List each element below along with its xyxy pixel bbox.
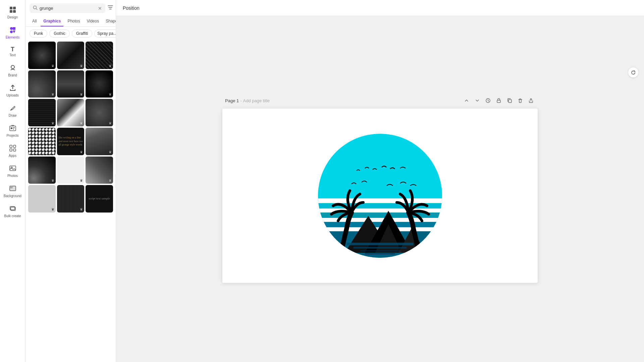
crown-badge: ♛ bbox=[80, 64, 83, 68]
sidebar-item-brand-label: Brand bbox=[8, 73, 17, 77]
sidebar-item-brand[interactable]: Brand bbox=[1, 61, 24, 80]
svg-rect-10 bbox=[11, 127, 12, 129]
grid-item[interactable]: ♛ bbox=[86, 128, 113, 155]
nav-up-icon[interactable] bbox=[463, 97, 471, 105]
collapse-handle[interactable]: ‹ bbox=[115, 174, 116, 188]
svg-rect-17 bbox=[10, 166, 16, 171]
sidebar-item-draw-label: Draw bbox=[9, 114, 16, 118]
crown-badge: ♛ bbox=[109, 64, 112, 68]
apps-icon bbox=[9, 144, 16, 153]
svg-point-7 bbox=[10, 31, 13, 33]
search-input[interactable] bbox=[40, 6, 96, 11]
sidebar-item-text[interactable]: T Text bbox=[1, 44, 24, 60]
sidebar-item-design-label: Design bbox=[7, 15, 18, 19]
grid-item[interactable]: ♛ bbox=[28, 99, 56, 126]
sidebar-item-design[interactable]: Design bbox=[1, 3, 24, 22]
crown-badge: ♛ bbox=[51, 64, 54, 68]
sidebar-item-elements[interactable]: Elements bbox=[1, 23, 24, 42]
grid-item[interactable]: ♛ bbox=[57, 99, 85, 126]
grid-item[interactable]: ♛ bbox=[57, 70, 85, 98]
sidebar-item-draw[interactable]: Draw bbox=[1, 102, 24, 120]
page-number: Page 1 bbox=[225, 98, 239, 103]
grid-item[interactable]: ♛ bbox=[57, 185, 85, 213]
nav-down-icon[interactable] bbox=[473, 97, 481, 105]
share-icon[interactable] bbox=[527, 97, 535, 105]
pill-graffiti[interactable]: Graffiti bbox=[72, 29, 92, 38]
sidebar-item-apps[interactable]: Apps bbox=[1, 142, 24, 161]
background-icon bbox=[9, 185, 16, 193]
svg-rect-13 bbox=[10, 145, 12, 147]
grid-item[interactable]: ♛ bbox=[28, 128, 56, 155]
page-title-add-text[interactable]: Add page title bbox=[243, 98, 270, 103]
page-container: Page 1 - Add page title bbox=[222, 95, 538, 283]
sidebar-item-text-label: Text bbox=[9, 53, 15, 57]
pill-punk[interactable]: Punk bbox=[30, 29, 47, 38]
svg-rect-45 bbox=[365, 253, 395, 254]
svg-rect-42 bbox=[346, 243, 414, 245]
crown-badge: ♛ bbox=[80, 207, 83, 211]
page-title-bar: Page 1 - Add page title bbox=[222, 95, 538, 109]
svg-rect-11 bbox=[13, 127, 15, 128]
grid-area: ♛ ♛ ♛ ♛ ♛ ♛ ♛ ♛ bbox=[25, 40, 116, 362]
canvas-area: Page 1 - Add page title bbox=[116, 16, 644, 362]
tab-photos[interactable]: Photos bbox=[65, 16, 83, 26]
grid-item[interactable]: ♛ bbox=[57, 42, 85, 69]
uploads-icon bbox=[9, 84, 16, 93]
grid-item[interactable]: ♛ bbox=[28, 185, 56, 213]
brand-icon bbox=[9, 64, 16, 72]
grid-item[interactable]: ♛ bbox=[86, 157, 113, 184]
pill-gothic[interactable]: Gothic bbox=[49, 29, 70, 38]
tab-graphics[interactable]: Graphics bbox=[41, 16, 63, 26]
grid-item[interactable]: ♛ bbox=[57, 157, 85, 184]
grid-item[interactable]: ♛ bbox=[28, 70, 56, 98]
svg-rect-44 bbox=[360, 250, 400, 252]
sidebar-item-photos[interactable]: Photos bbox=[1, 162, 24, 181]
sidebar-item-background[interactable]: Background bbox=[1, 182, 24, 201]
tab-all[interactable]: All bbox=[30, 16, 39, 26]
sidebar-item-bulk-create-label: Bulk create bbox=[4, 214, 21, 218]
grid: ♛ ♛ ♛ ♛ ♛ ♛ ♛ ♛ bbox=[28, 42, 113, 213]
crown-badge: ♛ bbox=[51, 179, 54, 182]
sidebar-item-bulk-create[interactable]: Bulk create bbox=[1, 202, 24, 221]
time-icon[interactable] bbox=[484, 97, 492, 105]
grid-item[interactable]: ♛ bbox=[86, 70, 113, 98]
svg-rect-30 bbox=[318, 198, 442, 203]
grid-item[interactable]: ♛ bbox=[28, 42, 56, 69]
sidebar-item-background-label: Background bbox=[4, 194, 21, 198]
svg-rect-15 bbox=[10, 149, 12, 151]
design-icon bbox=[9, 6, 16, 14]
search-icon bbox=[33, 5, 38, 11]
lock-icon[interactable] bbox=[495, 97, 503, 105]
photos-icon bbox=[9, 165, 16, 173]
tabs: All Graphics Photos Videos Shapes › bbox=[25, 16, 116, 27]
search-bar: ✕ bbox=[25, 0, 116, 16]
grid-item[interactable]: script text sample bbox=[86, 185, 113, 213]
filter-icon[interactable] bbox=[107, 4, 113, 12]
sidebar-item-uploads[interactable]: Uploads bbox=[1, 81, 24, 100]
svg-point-8 bbox=[11, 65, 14, 69]
grid-item[interactable]: ♛ bbox=[86, 99, 113, 126]
grid-item[interactable]: like writing on a lineand more text here… bbox=[57, 128, 85, 155]
draw-icon bbox=[9, 104, 16, 113]
pill-spray[interactable]: Spray pa… bbox=[94, 29, 116, 38]
svg-marker-6 bbox=[13, 31, 15, 33]
copy-icon[interactable] bbox=[505, 97, 514, 105]
elements-icon bbox=[9, 26, 16, 35]
sidebar-item-projects[interactable]: Projects bbox=[1, 122, 24, 140]
grid-item[interactable]: ♛ bbox=[86, 42, 113, 69]
page-separator: - bbox=[240, 98, 241, 103]
svg-rect-0 bbox=[10, 7, 12, 9]
svg-rect-20 bbox=[10, 186, 13, 188]
grid-item[interactable]: ♛ bbox=[28, 157, 56, 184]
tab-videos[interactable]: Videos bbox=[84, 16, 102, 26]
search-input-wrapper: ✕ bbox=[30, 3, 105, 13]
refresh-button[interactable] bbox=[628, 67, 639, 78]
tab-shapes[interactable]: Shapes bbox=[103, 16, 116, 26]
sidebar: Design Elements T Text Brand bbox=[0, 0, 25, 362]
delete-icon[interactable] bbox=[516, 97, 524, 105]
svg-rect-12 bbox=[13, 129, 14, 129]
tropical-illustration bbox=[313, 129, 447, 263]
clear-icon[interactable]: ✕ bbox=[98, 6, 102, 11]
bulk-create-icon bbox=[9, 205, 16, 213]
svg-rect-34 bbox=[318, 218, 442, 222]
